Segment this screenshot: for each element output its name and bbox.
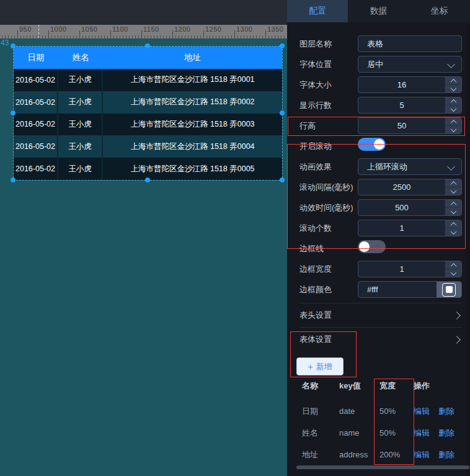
tab-data[interactable]: 数据 bbox=[348, 0, 409, 22]
column-width-cell: 50% bbox=[379, 406, 414, 416]
ruler-major-tick bbox=[79, 30, 80, 38]
ruler-major-tick bbox=[141, 30, 142, 38]
ruler-major-tick bbox=[234, 30, 235, 38]
ruler-tick-label: 1050 bbox=[81, 25, 97, 33]
font-position-select[interactable]: 居中 bbox=[358, 56, 462, 73]
scroll-count-label: 滚动个数 bbox=[299, 223, 358, 234]
color-swatch-button[interactable] bbox=[437, 282, 461, 297]
font-size-input[interactable]: 16 bbox=[358, 76, 462, 93]
enable-scroll-toggle[interactable] bbox=[358, 138, 386, 151]
ruler-tick-label: 1350 bbox=[267, 25, 283, 33]
plus-icon: + bbox=[308, 362, 313, 372]
stepper-up-button[interactable] bbox=[445, 77, 461, 85]
chevron-down-icon bbox=[450, 269, 456, 276]
border-width-input[interactable]: 1 bbox=[358, 261, 462, 277]
widget-table-cell: 2016-05-02 bbox=[14, 91, 58, 114]
display-rows-input[interactable]: 5 bbox=[358, 97, 462, 114]
add-column-button[interactable]: +新增 bbox=[296, 357, 344, 375]
chevron-up-icon bbox=[450, 263, 456, 269]
stepper-down-button[interactable] bbox=[445, 187, 461, 195]
stepper-up-button[interactable] bbox=[445, 179, 461, 187]
chevron-right-icon bbox=[453, 312, 461, 320]
ruler-major-tick bbox=[17, 30, 18, 38]
border-color-input[interactable]: #fff bbox=[358, 281, 462, 298]
delete-link[interactable]: 删除 bbox=[438, 406, 454, 417]
selection-handle[interactable] bbox=[280, 43, 285, 48]
stepper-up-button[interactable] bbox=[445, 261, 461, 269]
widget-table-row: 2016-05-02王小虎上海市普陀区金沙江路 1518 弄0004 bbox=[14, 135, 282, 158]
section-label: 表头设置 bbox=[299, 310, 454, 321]
stepper-down-button[interactable] bbox=[445, 106, 461, 113]
tab-coordinate[interactable]: 坐标 bbox=[409, 0, 470, 22]
columns-header-cell: 操作 bbox=[414, 380, 438, 392]
ruler-major-tick bbox=[265, 30, 266, 38]
column-key-cell: name bbox=[339, 428, 379, 438]
columns-header-cell: key值 bbox=[339, 380, 379, 392]
chevron-up-icon bbox=[450, 181, 456, 187]
border-color-label: 边框颜色 bbox=[299, 284, 358, 295]
scroll-interval-input[interactable]: 2500 bbox=[358, 179, 462, 195]
selection-handle[interactable] bbox=[280, 110, 285, 115]
scroll-count-input[interactable]: 1 bbox=[358, 220, 462, 236]
animation-effect-select[interactable]: 上循环滚动 bbox=[358, 158, 462, 175]
field-row-border-line: 边框线 bbox=[299, 240, 462, 257]
edit-link[interactable]: 编辑 bbox=[414, 449, 438, 460]
selection-handle[interactable] bbox=[280, 177, 285, 182]
columns-table: 名称key值宽度操作日期date50%编辑删除姓名name50%编辑删除地址ad… bbox=[287, 379, 470, 465]
stepper-up-button[interactable] bbox=[445, 118, 461, 126]
animation-duration-input[interactable]: 500 bbox=[358, 199, 462, 216]
ruler-major-tick bbox=[110, 30, 111, 38]
section-header-settings[interactable]: 表头设置 bbox=[299, 303, 462, 328]
widget-table-cell: 2016-05-02 bbox=[14, 135, 58, 158]
stepper-down-button[interactable] bbox=[445, 269, 461, 277]
stepper-up-button[interactable] bbox=[445, 220, 461, 228]
scroll-count-stepper bbox=[445, 220, 461, 236]
selection-handle[interactable] bbox=[145, 43, 150, 48]
edit-link[interactable]: 编辑 bbox=[414, 406, 438, 417]
field-row-border-color: 边框颜色#fff bbox=[299, 281, 462, 298]
widget-table-cell: 2016-05-02 bbox=[14, 69, 58, 91]
widget-table-cell: 王小虎 bbox=[58, 114, 103, 136]
widget-table-cell: 2016-05-02 bbox=[14, 114, 58, 136]
widget-table-cell: 王小虎 bbox=[58, 91, 103, 114]
border-width-label: 边框宽度 bbox=[299, 264, 358, 275]
delete-link[interactable]: 删除 bbox=[438, 428, 454, 439]
section-label: 表体设置 bbox=[299, 334, 454, 345]
columns-table-row: 地址address200%编辑删除 bbox=[287, 444, 470, 465]
animation-duration-stepper bbox=[445, 200, 461, 215]
chevron-up-icon bbox=[450, 119, 456, 125]
column-width-cell: 200% bbox=[379, 450, 414, 459]
stepper-down-button[interactable] bbox=[445, 228, 461, 236]
column-name-cell: 日期 bbox=[302, 406, 339, 417]
selection-handle[interactable] bbox=[145, 177, 150, 182]
edit-link[interactable]: 编辑 bbox=[414, 428, 438, 439]
section-body-settings[interactable]: 表体设置 bbox=[299, 328, 462, 351]
chevron-down-icon bbox=[447, 60, 455, 68]
row-height-stepper bbox=[445, 118, 461, 133]
layer-name-input[interactable]: 表格 bbox=[358, 35, 462, 52]
chevron-down-icon bbox=[450, 85, 456, 91]
animation-duration-label: 动效时间(毫秒) bbox=[299, 202, 358, 213]
row-height-input[interactable]: 50 bbox=[358, 117, 462, 134]
selection-handle[interactable] bbox=[11, 177, 16, 182]
selection-handle[interactable] bbox=[11, 110, 16, 115]
tab-config[interactable]: 配置 bbox=[287, 0, 348, 22]
ruler-tick-label: 1150 bbox=[143, 25, 159, 33]
widget-table-row: 2016-05-02王小虎上海市普陀区金沙江路 1518 弄0005 bbox=[14, 158, 282, 180]
stepper-down-button[interactable] bbox=[445, 126, 461, 133]
stepper-down-button[interactable] bbox=[445, 85, 461, 92]
ruler-guide-line bbox=[38, 25, 39, 38]
horizontal-scrollbar[interactable] bbox=[296, 465, 469, 469]
stepper-down-button[interactable] bbox=[445, 208, 461, 215]
selection-handle[interactable] bbox=[11, 43, 16, 48]
delete-link[interactable]: 删除 bbox=[438, 449, 454, 460]
stepper-up-button[interactable] bbox=[445, 97, 461, 106]
stepper-up-button[interactable] bbox=[445, 200, 461, 208]
canvas-scale-label: 43 bbox=[1, 38, 9, 47]
widget-table-cell: 上海市普陀区金沙江路 1518 弄0002 bbox=[103, 91, 282, 114]
table-widget[interactable]: 日期姓名地址 2016-05-02王小虎上海市普陀区金沙江路 1518 弄000… bbox=[13, 46, 283, 181]
chevron-down-icon bbox=[447, 163, 455, 171]
border-line-toggle[interactable] bbox=[358, 240, 386, 253]
design-canvas[interactable]: 43 日期姓名地址 2016-05-02王小虎上海市普陀区金沙江路 1518 弄… bbox=[0, 38, 287, 476]
animation-effect-value: 上循环滚动 bbox=[358, 161, 407, 173]
